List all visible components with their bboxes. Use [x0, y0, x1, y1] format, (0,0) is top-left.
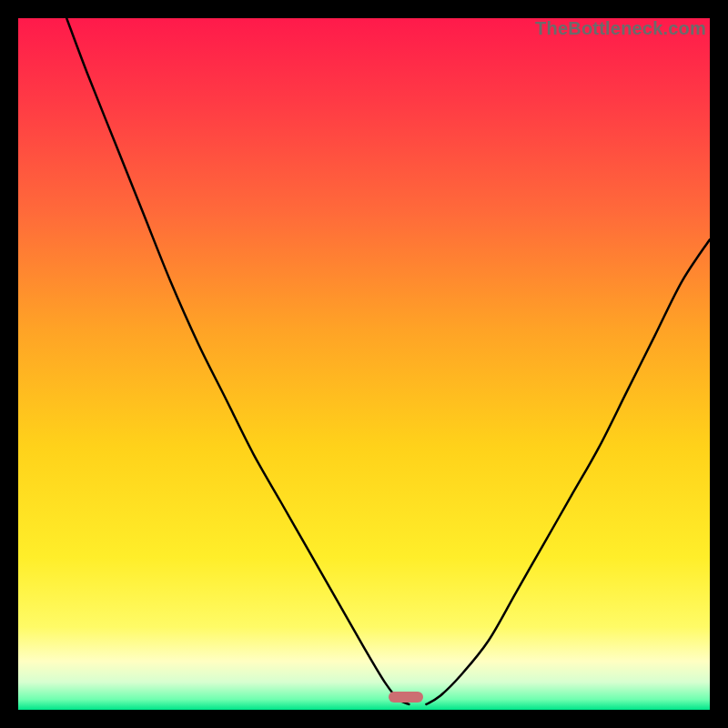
chart-frame: TheBottleneck.com [0, 0, 728, 728]
gradient-background [18, 18, 710, 710]
watermark-text: TheBottleneck.com [535, 18, 706, 39]
plot-area: TheBottleneck.com [18, 18, 710, 710]
minimum-marker [389, 692, 423, 703]
svg-rect-0 [18, 18, 710, 710]
